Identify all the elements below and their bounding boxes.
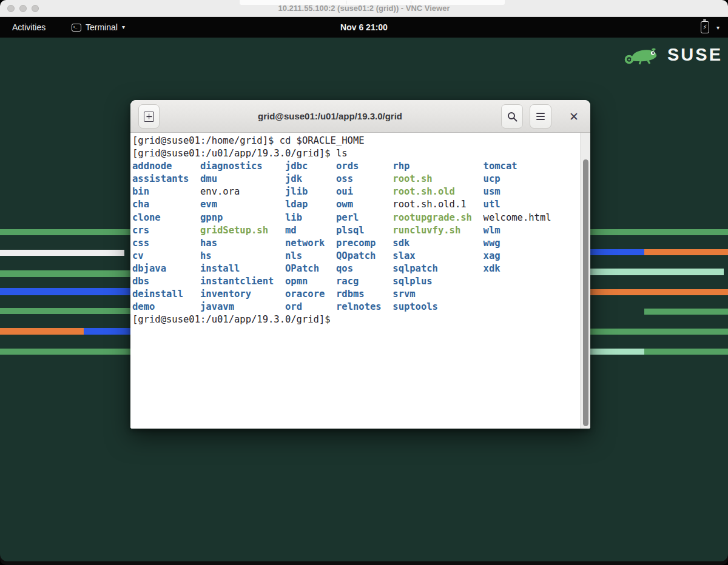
terminal-line: deinstall inventory oracore rdbms srvm bbox=[132, 288, 590, 301]
ls-entry: xag bbox=[484, 250, 500, 261]
ls-entry: jdk bbox=[285, 173, 336, 184]
ls-entry: lib bbox=[285, 212, 336, 223]
wallpaper-stripe bbox=[644, 349, 728, 355]
ls-entry: rdbms bbox=[336, 289, 393, 299]
ls-entry: root.sh.old bbox=[393, 186, 483, 197]
vnc-toolbar-separator bbox=[346, 1, 346, 4]
wallpaper-stripe bbox=[0, 288, 130, 295]
wallpaper-stripe bbox=[0, 308, 130, 314]
wallpaper-stripe bbox=[0, 250, 124, 256]
ls-entry: deinstall bbox=[132, 289, 200, 299]
ls-entry: network bbox=[285, 238, 336, 249]
ls-entry: env.ora bbox=[200, 186, 285, 197]
terminal-line: dbjava install OPatch qos sqlpatch xdk bbox=[132, 262, 590, 275]
ls-entry: crs bbox=[132, 225, 200, 236]
ls-entry: oracore bbox=[285, 289, 336, 299]
search-button[interactable] bbox=[501, 104, 523, 129]
terminal-scrollbar-thumb[interactable] bbox=[583, 159, 588, 426]
vnc-toolbar-tab[interactable] bbox=[240, 0, 505, 5]
ls-entry: sdk bbox=[393, 238, 483, 249]
suse-wordmark: SUSE bbox=[667, 45, 723, 65]
ls-entry: cha bbox=[132, 199, 200, 210]
clock[interactable]: Nov 6 21:00 bbox=[0, 17, 728, 38]
ls-entry: install bbox=[200, 263, 285, 274]
ls-entry: clone bbox=[132, 212, 200, 223]
ls-entry: bin bbox=[132, 186, 200, 197]
terminal-line: assistants dmu jdk oss root.sh ucp bbox=[132, 173, 590, 186]
ls-entry: css bbox=[132, 238, 200, 249]
ls-entry: dbjava bbox=[132, 263, 200, 274]
terminal-line: css has network precomp sdk wwg bbox=[132, 237, 590, 250]
terminal-line: bin env.ora jlib oui root.sh.old usm bbox=[132, 186, 590, 198]
terminal-line: [grid@suse01:/u01/app/19.3.0/grid]$ ls bbox=[132, 147, 590, 160]
ls-entry: nls bbox=[285, 250, 336, 261]
terminal-titlebar[interactable]: grid@suse01:/u01/app/19.3.0/grid ✕ bbox=[130, 100, 590, 133]
wallpaper-stripe bbox=[590, 229, 728, 235]
wallpaper-stripe bbox=[590, 329, 728, 335]
ls-entry: gpnp bbox=[200, 212, 285, 223]
ls-entry: inventory bbox=[200, 289, 285, 299]
ls-entry: slax bbox=[393, 250, 483, 261]
gnome-top-bar: Activities ›_ Terminal ▾ Nov 6 21:00 ⚡ ▾ bbox=[0, 17, 728, 38]
ls-entry: owm bbox=[336, 199, 393, 210]
ls-entry: hs bbox=[200, 250, 285, 261]
wallpaper-stripe bbox=[590, 249, 644, 255]
ls-entry: assistants bbox=[132, 173, 200, 184]
ls-entry: addnode bbox=[132, 161, 200, 172]
ls-entry: root.sh bbox=[393, 173, 483, 184]
wallpaper-stripe bbox=[644, 249, 728, 255]
remote-desktop: Activities ›_ Terminal ▾ Nov 6 21:00 ⚡ ▾ bbox=[0, 17, 728, 561]
system-menu[interactable]: ⚡ ▾ bbox=[701, 17, 720, 38]
ls-entry: rhp bbox=[393, 161, 483, 172]
wallpaper-stripe bbox=[590, 289, 728, 295]
ls-entry: xdk bbox=[484, 263, 500, 274]
ls-entry: rootupgrade.sh bbox=[393, 212, 483, 223]
ls-entry: perl bbox=[336, 212, 393, 223]
terminal-scrollbar-track[interactable] bbox=[580, 133, 590, 429]
wallpaper-stripe bbox=[644, 309, 728, 315]
ls-entry: opmn bbox=[285, 276, 336, 287]
menu-button[interactable] bbox=[530, 104, 551, 129]
ls-entry: oss bbox=[336, 173, 393, 184]
ls-entry: jdbc bbox=[285, 161, 336, 172]
ls-entry: precomp bbox=[336, 238, 393, 249]
ls-entry: wlm bbox=[484, 225, 500, 236]
wallpaper-stripe bbox=[0, 349, 130, 355]
terminal-line: addnode diagnostics jdbc ords rhp tomcat bbox=[132, 160, 590, 173]
terminal-output[interactable]: [grid@suse01:/home/grid]$ cd $ORACLE_HOM… bbox=[130, 133, 590, 429]
hamburger-icon bbox=[536, 113, 545, 120]
wallpaper-stripe bbox=[0, 270, 130, 277]
ls-entry: srvm bbox=[393, 289, 415, 299]
battery-charging-icon: ⚡ bbox=[701, 21, 709, 33]
terminal-line: [grid@suse01:/u01/app/19.3.0/grid]$ bbox=[132, 313, 590, 326]
wallpaper-stripe bbox=[590, 349, 644, 355]
ls-entry: cv bbox=[132, 250, 200, 261]
ls-entry: jlib bbox=[285, 186, 336, 197]
ls-entry: ords bbox=[336, 161, 393, 172]
ls-entry: welcome.html bbox=[484, 212, 551, 223]
vnc-toolbar-separator bbox=[411, 1, 411, 4]
terminal-line: clone gpnp lib perl rootupgrade.sh welco… bbox=[132, 212, 590, 224]
chevron-down-icon: ▾ bbox=[716, 24, 720, 31]
wallpaper-stripe bbox=[0, 328, 84, 335]
vnc-viewer-window: 10.211.55.100:2 (suse01:2 (grid)) - VNC … bbox=[0, 0, 728, 565]
ls-entry: javavm bbox=[200, 301, 285, 312]
ls-entry: runcluvfy.sh bbox=[393, 225, 483, 236]
ls-entry: ldap bbox=[285, 199, 336, 210]
wallpaper-stripe bbox=[84, 328, 130, 335]
new-tab-icon bbox=[144, 112, 154, 122]
terminal-line: demo javavm ord relnotes suptools bbox=[132, 301, 590, 313]
ls-entry: ord bbox=[285, 301, 336, 312]
ls-entry: demo bbox=[132, 301, 200, 312]
ls-entry: racg bbox=[336, 276, 393, 287]
terminal-line: cv hs nls QOpatch slax xag bbox=[132, 250, 590, 262]
wallpaper-stripe bbox=[0, 229, 130, 235]
ls-entry: dmu bbox=[200, 173, 285, 184]
ls-entry: oui bbox=[336, 186, 393, 197]
suse-logo: SUSE bbox=[624, 44, 723, 65]
ls-entry: sqlplus bbox=[393, 276, 432, 287]
close-button[interactable]: ✕ bbox=[565, 104, 583, 129]
terminal-line: dbs instantclient opmn racg sqlplus bbox=[132, 275, 590, 288]
ls-entry: utl bbox=[484, 199, 500, 210]
new-tab-button[interactable] bbox=[138, 104, 160, 129]
